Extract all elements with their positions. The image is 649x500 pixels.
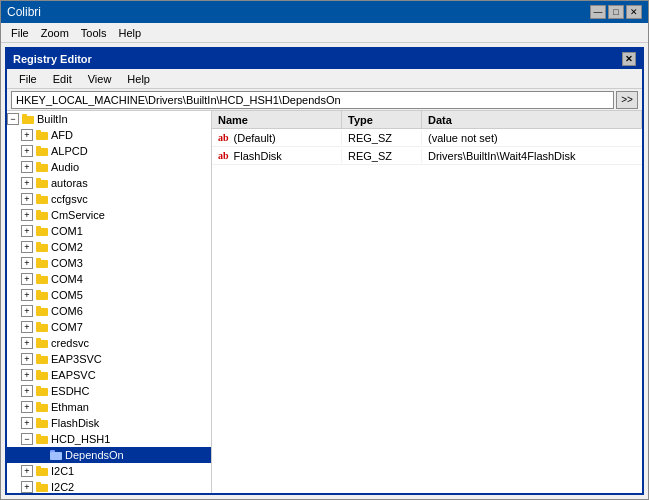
expander-credsvc[interactable]: +	[21, 337, 33, 349]
tree-scroll[interactable]: −BuiltIn+AFD+ALPCD+Audio+autoras+ccfgsvc…	[7, 111, 211, 493]
folder-icon-ccfgsvc	[35, 193, 49, 205]
tree-label-ccfgsvc: ccfgsvc	[51, 193, 88, 205]
tree-item-com1[interactable]: +COM1	[7, 223, 211, 239]
expander-eapsvc[interactable]: +	[21, 369, 33, 381]
tree-item-com7[interactable]: +COM7	[7, 319, 211, 335]
expander-dependson[interactable]	[35, 449, 47, 461]
folder-icon-alpcd	[35, 145, 49, 157]
expander-audio[interactable]: +	[21, 161, 33, 173]
close-button[interactable]: ✕	[626, 5, 642, 19]
maximize-button[interactable]: □	[608, 5, 624, 19]
tree-item-i2c2[interactable]: +I2C2	[7, 479, 211, 493]
inner-menu-view[interactable]: View	[80, 71, 120, 87]
tree-item-ethman[interactable]: +Ethman	[7, 399, 211, 415]
tree-item-flashdisk[interactable]: +FlashDisk	[7, 415, 211, 431]
svg-rect-35	[36, 388, 48, 396]
tree-item-com3[interactable]: +COM3	[7, 255, 211, 271]
col-header-data[interactable]: Data	[422, 111, 642, 128]
tree-item-esdhc[interactable]: +ESDHC	[7, 383, 211, 399]
folder-icon-eap3svc	[35, 353, 49, 365]
tree-label-afd: AFD	[51, 129, 73, 141]
expander-eap3svc[interactable]: +	[21, 353, 33, 365]
expander-afd[interactable]: +	[21, 129, 33, 141]
tree-item-i2c1[interactable]: +I2C1	[7, 463, 211, 479]
tree-label-audio: Audio	[51, 161, 79, 173]
tree-item-autoras[interactable]: +autoras	[7, 175, 211, 191]
expander-i2c1[interactable]: +	[21, 465, 33, 477]
tree-item-com2[interactable]: +COM2	[7, 239, 211, 255]
inner-close-button[interactable]: ✕	[622, 52, 636, 66]
tree-label-credsvc: credsvc	[51, 337, 89, 349]
outer-menu-help[interactable]: Help	[113, 25, 148, 41]
tree-label-flashdisk: FlashDisk	[51, 417, 99, 429]
address-bar: >>	[7, 89, 642, 111]
folder-icon-afd	[35, 129, 49, 141]
tree-label-i2c1: I2C1	[51, 465, 74, 477]
tree-item-alpcd[interactable]: +ALPCD	[7, 143, 211, 159]
tree-item-com6[interactable]: +COM6	[7, 303, 211, 319]
tree-item-com5[interactable]: +COM5	[7, 287, 211, 303]
svg-rect-3	[36, 132, 48, 140]
expander-com2[interactable]: +	[21, 241, 33, 253]
tree-item-hcd_hsh1[interactable]: −HCD_HSH1	[7, 431, 211, 447]
outer-win-controls: — □ ✕	[590, 5, 642, 19]
expander-com5[interactable]: +	[21, 289, 33, 301]
col-header-type[interactable]: Type	[342, 111, 422, 128]
expander-hcd_hsh1[interactable]: −	[21, 433, 33, 445]
data-row-1[interactable]: abFlashDiskREG_SZDrivers\BuiltIn\Wait4Fl…	[212, 147, 642, 165]
data-cell-name-1: abFlashDisk	[212, 149, 342, 163]
expander-com7[interactable]: +	[21, 321, 33, 333]
folder-icon-autoras	[35, 177, 49, 189]
expander-ethman[interactable]: +	[21, 401, 33, 413]
tree-label-hcd_hsh1: HCD_HSH1	[51, 433, 110, 445]
folder-icon-com5	[35, 289, 49, 301]
tree-item-ccfgsvc[interactable]: +ccfgsvc	[7, 191, 211, 207]
col-header-name[interactable]: Name	[212, 111, 342, 128]
svg-rect-17	[36, 244, 48, 252]
tree-label-builtin: BuiltIn	[37, 113, 68, 125]
data-row-0[interactable]: ab(Default)REG_SZ(value not set)	[212, 129, 642, 147]
expander-com4[interactable]: +	[21, 273, 33, 285]
inner-menu-edit[interactable]: Edit	[45, 71, 80, 87]
tree-label-com1: COM1	[51, 225, 83, 237]
outer-window: Colibri — □ ✕ File Zoom Tools Help Regis…	[0, 0, 649, 500]
address-input[interactable]	[11, 91, 614, 109]
expander-cmservice[interactable]: +	[21, 209, 33, 221]
tree-label-dependson: DependsOn	[65, 449, 124, 461]
tree-item-eap3svc[interactable]: +EAP3SVC	[7, 351, 211, 367]
expander-com6[interactable]: +	[21, 305, 33, 317]
folder-icon-i2c2	[35, 481, 49, 493]
inner-menu-help[interactable]: Help	[119, 71, 158, 87]
address-nav-button[interactable]: >>	[616, 91, 638, 109]
tree-item-cmservice[interactable]: +CmService	[7, 207, 211, 223]
data-cell-type-0: REG_SZ	[342, 131, 422, 145]
expander-flashdisk[interactable]: +	[21, 417, 33, 429]
tree-label-esdhc: ESDHC	[51, 385, 90, 397]
tree-item-credsvc[interactable]: +credsvc	[7, 335, 211, 351]
folder-icon-esdhc	[35, 385, 49, 397]
tree-item-eapsvc[interactable]: +EAPSVC	[7, 367, 211, 383]
tree-item-dependson[interactable]: DependsOn	[7, 447, 211, 463]
outer-menu-tools[interactable]: Tools	[75, 25, 113, 41]
tree-item-afd[interactable]: +AFD	[7, 127, 211, 143]
expander-autoras[interactable]: +	[21, 177, 33, 189]
expander-builtin[interactable]: −	[7, 113, 19, 125]
expander-esdhc[interactable]: +	[21, 385, 33, 397]
expander-alpcd[interactable]: +	[21, 145, 33, 157]
tree-item-builtin[interactable]: −BuiltIn	[7, 111, 211, 127]
outer-menu-zoom[interactable]: Zoom	[35, 25, 75, 41]
svg-rect-9	[36, 180, 48, 188]
inner-menu-file[interactable]: File	[11, 71, 45, 87]
tree-label-eapsvc: EAPSVC	[51, 369, 96, 381]
tree-item-audio[interactable]: +Audio	[7, 159, 211, 175]
expander-com3[interactable]: +	[21, 257, 33, 269]
tree-label-i2c2: I2C2	[51, 481, 74, 493]
expander-com1[interactable]: +	[21, 225, 33, 237]
tree-item-com4[interactable]: +COM4	[7, 271, 211, 287]
tree-label-alpcd: ALPCD	[51, 145, 88, 157]
tree-label-autoras: autoras	[51, 177, 88, 189]
expander-ccfgsvc[interactable]: +	[21, 193, 33, 205]
minimize-button[interactable]: —	[590, 5, 606, 19]
expander-i2c2[interactable]: +	[21, 481, 33, 493]
outer-menu-file[interactable]: File	[5, 25, 35, 41]
